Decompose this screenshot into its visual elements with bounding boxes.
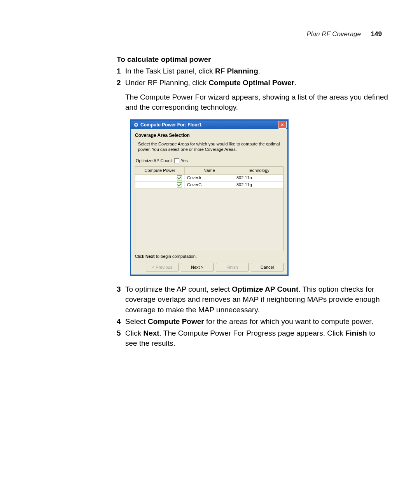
previous-button[interactable]: < Previous <box>146 263 178 271</box>
step-list-continued: 3 To optimize the AP count, select Optim… <box>117 284 389 348</box>
procedure-heading: To calculate optimal power <box>117 54 389 65</box>
step-number: 3 <box>117 284 125 315</box>
row-tech: 802.11g <box>234 182 283 188</box>
document-page: Plan RF Coverage 149 To calculate optima… <box>0 0 420 504</box>
optimize-ap-count-label: Optimize AP Count <box>136 158 172 164</box>
finish-button[interactable]: Finish <box>216 263 248 271</box>
step-number: 2 <box>117 78 125 112</box>
step-number: 1 <box>117 66 125 76</box>
step-number: 5 <box>117 328 125 348</box>
optimize-ap-count-row: Optimize AP Count Yes <box>136 158 284 164</box>
table-row[interactable]: CoverA 802.11a <box>135 175 283 182</box>
close-button[interactable]: × <box>278 121 287 129</box>
dialog-screenshot: Compute Power For: Floor1 × Coverage Are… <box>130 119 389 276</box>
app-icon <box>133 122 139 128</box>
step-4: 4 Select Compute Power for the areas for… <box>117 317 389 327</box>
row-tech: 802.11a <box>234 175 283 181</box>
dialog-description: Select the Coverage Areas for which you … <box>138 141 284 153</box>
step-list: 1 In the Task List panel, click RF Plann… <box>117 66 389 112</box>
step-text: In the Task List panel, click RF Plannin… <box>125 66 389 76</box>
row-checkbox[interactable] <box>177 175 182 180</box>
step-2-paragraph: The Compute Power For wizard appears, sh… <box>125 93 388 111</box>
step-text: To optimize the AP count, select Optimiz… <box>125 284 389 315</box>
step-text: Under RF Planning, click Compute Optimal… <box>125 78 389 112</box>
step-1: 1 In the Task List panel, click RF Plann… <box>117 66 389 76</box>
row-name: CoverG <box>185 182 234 188</box>
dialog-body: Coverage Area Selection Select the Cover… <box>131 129 287 275</box>
body-content: To calculate optimal power 1 In the Task… <box>117 54 389 349</box>
running-header-section: Plan RF Coverage <box>306 30 361 38</box>
table-header: Compute Power Name Technology <box>135 167 283 175</box>
dialog-title: Compute Power For: Floor1 <box>140 122 202 128</box>
col-name: Name <box>185 167 234 174</box>
coverage-table: Compute Power Name Technology CoverA 802… <box>135 166 284 252</box>
step-text: Select Compute Power for the areas for w… <box>125 317 389 327</box>
step-text: Click Next. The Compute Power For Progre… <box>125 328 389 348</box>
svg-point-1 <box>135 124 137 126</box>
col-compute-power: Compute Power <box>135 167 185 174</box>
step-2: 2 Under RF Planning, click Compute Optim… <box>117 78 389 112</box>
optimize-ap-count-checkbox[interactable] <box>174 158 179 163</box>
table-row[interactable]: CoverG 802.11g <box>135 182 283 189</box>
table-empty-area <box>135 189 283 251</box>
row-checkbox[interactable] <box>177 182 182 187</box>
step-number: 4 <box>117 317 125 327</box>
dialog-titlebar: Compute Power For: Floor1 × <box>131 121 287 129</box>
optimize-ap-count-value: Yes <box>181 158 188 164</box>
next-button[interactable]: Next > <box>181 263 214 271</box>
cancel-button[interactable]: Cancel <box>251 263 284 271</box>
step-5: 5 Click Next. The Compute Power For Prog… <box>117 328 389 348</box>
row-name: CoverA <box>185 175 234 181</box>
dialog-button-row: < Previous Next > Finish Cancel <box>135 261 284 272</box>
col-technology: Technology <box>234 167 283 174</box>
running-header-page: 149 <box>371 30 382 38</box>
compute-power-dialog: Compute Power For: Floor1 × Coverage Are… <box>130 119 289 276</box>
dialog-hint: Click Next to begin computation. <box>135 254 284 259</box>
step-3: 3 To optimize the AP count, select Optim… <box>117 284 389 315</box>
dialog-section-title: Coverage Area Selection <box>135 132 284 139</box>
close-icon: × <box>281 122 284 127</box>
